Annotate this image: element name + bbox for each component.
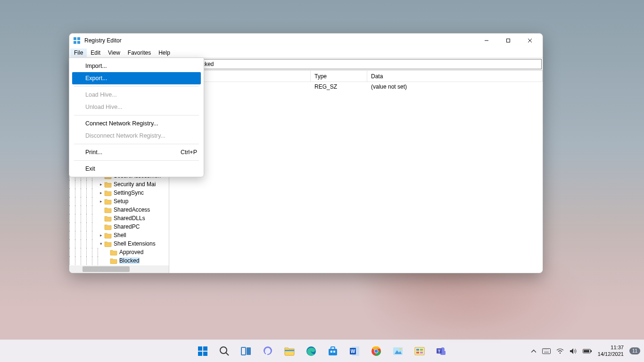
window-title: Registry Editor	[84, 37, 476, 44]
svg-rect-17	[285, 350, 294, 351]
svg-rect-20	[331, 347, 335, 349]
tray-chevron-up-icon[interactable]	[531, 348, 537, 354]
tree-node[interactable]: Blocked	[69, 256, 169, 265]
maximize-button[interactable]	[497, 33, 519, 48]
tree-node[interactable]: SharedPC	[69, 222, 169, 231]
taskbar-teams-icon[interactable]: T	[432, 342, 451, 361]
tree-label: Shell Extensions	[114, 240, 156, 247]
taskbar-chat-icon[interactable]	[258, 342, 277, 361]
svg-point-12	[220, 347, 227, 354]
taskbar-photos-icon[interactable]	[388, 342, 407, 361]
menu-import[interactable]: Import...	[69, 60, 204, 72]
column-type[interactable]: Type	[311, 71, 367, 82]
svg-rect-15	[247, 347, 251, 355]
taskbar: WT 11:37 14/12/2021 11	[0, 339, 644, 362]
menu-export[interactable]: Export...	[72, 72, 201, 84]
taskbar-control-panel-icon[interactable]	[410, 342, 429, 361]
svg-rect-8	[198, 346, 202, 351]
tree-label: Blocked	[119, 257, 140, 264]
file-menu-dropdown: Import... Export... Load Hive... Unload …	[69, 58, 204, 177]
menu-view[interactable]: View	[104, 49, 124, 57]
notification-badge[interactable]: 11	[629, 347, 640, 354]
column-data[interactable]: Data	[367, 71, 543, 82]
svg-rect-0	[74, 37, 76, 40]
list-header: Name Type Data	[169, 71, 543, 82]
tree-node[interactable]: ▸Setup	[69, 197, 169, 206]
chevron-right-icon[interactable]: ▸	[98, 233, 104, 238]
taskbar-start-icon[interactable]	[193, 342, 212, 361]
close-button[interactable]	[519, 33, 541, 48]
taskbar-file-explorer-icon[interactable]	[280, 342, 299, 361]
svg-text:T: T	[438, 349, 441, 354]
chevron-right-icon[interactable]: ▸	[98, 190, 104, 195]
system-tray: 11:37 14/12/2021 11	[531, 340, 640, 362]
list-row[interactable]: (Default)REG_SZ(value not set)	[169, 82, 543, 91]
svg-rect-5	[507, 39, 510, 42]
svg-point-31	[399, 348, 401, 350]
menu-help[interactable]: Help	[155, 49, 174, 57]
menu-favorites[interactable]: Favorites	[124, 49, 155, 57]
taskbar-clock[interactable]: 11:37 14/12/2021	[598, 345, 624, 357]
volume-icon[interactable]	[570, 348, 577, 354]
values-pane[interactable]: Name Type Data (Default)REG_SZ(value not…	[169, 71, 543, 273]
tree-label: SharedAccess	[114, 206, 150, 213]
tree-node[interactable]: ▸Shell	[69, 231, 169, 239]
svg-rect-21	[330, 351, 332, 353]
menu-print[interactable]: Print...Ctrl+P	[69, 146, 204, 158]
chevron-down-icon[interactable]: ▾	[98, 241, 104, 246]
menu-load-hive: Load Hive...	[69, 89, 204, 101]
battery-icon[interactable]	[583, 348, 592, 354]
chevron-right-icon[interactable]: ▸	[98, 199, 104, 204]
svg-rect-34	[420, 349, 423, 351]
svg-rect-36	[420, 352, 423, 354]
taskbar-chrome-icon[interactable]	[367, 342, 386, 361]
value-data: (value not set)	[367, 83, 543, 90]
menu-edit[interactable]: Edit	[87, 49, 104, 57]
taskbar-microsoft-store-icon[interactable]	[323, 342, 342, 361]
menu-separator	[74, 160, 199, 161]
tree-label: Security and Mai	[114, 181, 156, 188]
svg-rect-3	[77, 41, 80, 44]
svg-rect-22	[333, 351, 335, 353]
menu-file[interactable]: File	[70, 49, 87, 57]
clock-time: 11:37	[611, 345, 624, 351]
tree-label: SharedPC	[114, 223, 140, 230]
tree-label: SharedDLLs	[114, 215, 145, 222]
svg-rect-32	[415, 347, 424, 355]
taskbar-edge-icon[interactable]	[302, 342, 321, 361]
menu-separator	[74, 86, 199, 87]
menu-connect-network-registry[interactable]: Connect Network Registry...	[69, 117, 204, 130]
svg-rect-50	[591, 350, 592, 352]
tree-node[interactable]: SharedAccess	[69, 206, 169, 214]
taskbar-word-icon[interactable]: W	[345, 342, 364, 361]
menu-unload-hive: Unload Hive...	[69, 101, 204, 113]
taskbar-task-view-icon[interactable]	[237, 342, 256, 361]
menu-separator	[74, 115, 199, 115]
tree-node[interactable]: ▸Security and Mai	[69, 180, 169, 189]
menu-exit[interactable]: Exit	[69, 163, 204, 175]
svg-rect-19	[329, 349, 337, 355]
keyboard-icon[interactable]	[542, 348, 551, 354]
svg-rect-2	[74, 41, 76, 44]
svg-point-28	[375, 349, 378, 353]
wifi-icon[interactable]	[556, 348, 564, 354]
svg-rect-41	[542, 348, 550, 354]
tree-label: Shell	[114, 232, 126, 239]
svg-rect-14	[241, 347, 246, 355]
svg-text:W: W	[351, 349, 355, 354]
tree-label: Approved	[119, 249, 143, 255]
tree-label: SettingSync	[114, 189, 144, 196]
svg-line-13	[226, 353, 229, 355]
tree-node[interactable]: ▸SettingSync	[69, 189, 169, 197]
titlebar[interactable]: Registry Editor	[69, 33, 543, 48]
svg-rect-10	[198, 352, 202, 356]
svg-rect-35	[416, 352, 419, 354]
svg-rect-9	[203, 346, 207, 351]
tree-node[interactable]: Approved	[69, 248, 169, 256]
tree-node[interactable]: ▾Shell Extensions	[69, 239, 169, 248]
tree-node[interactable]: SharedDLLs	[69, 214, 169, 222]
taskbar-search-icon[interactable]	[215, 342, 234, 361]
chevron-right-icon[interactable]: ▸	[98, 182, 104, 187]
tree-horizontal-scrollbar[interactable]	[69, 265, 169, 273]
minimize-button[interactable]	[476, 33, 497, 48]
